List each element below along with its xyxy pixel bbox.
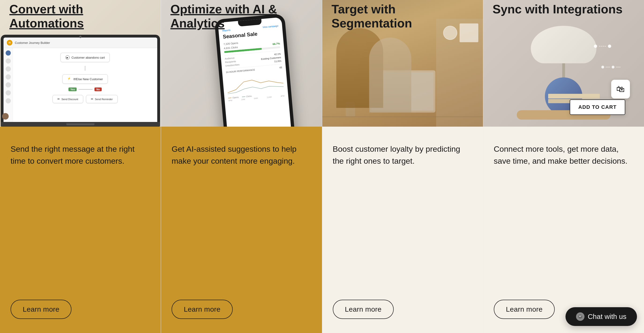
- sidebar-icon-3: [6, 66, 11, 72]
- laptop-flow-area: ▶ Customer abandons cart ⚡ If/Else New C…: [13, 48, 157, 122]
- card-automations-title: Convert with: [9, 2, 152, 17]
- time-1am: 1AM: [241, 98, 245, 101]
- laptop-base: [1, 122, 160, 127]
- phone-outer: Reports View campaign Seasonal Sale 7,32…: [214, 14, 297, 127]
- branch-yes-tag: Yes: [68, 88, 77, 91]
- chat-icon: [576, 312, 584, 321]
- card-integrations-description: Connect more tools, get more data, save …: [494, 143, 634, 167]
- laptop-outer: ✉ Customer Journey Builder: [1, 35, 160, 122]
- sidebar-icon-6: [6, 90, 11, 95]
- sidebar-icon-2: [6, 58, 11, 64]
- card-segmentation: Target with Segmentation: [322, 0, 483, 333]
- connector-1: [85, 66, 85, 71]
- phone-clicks-label: 4,631 Clicks: [224, 46, 238, 50]
- phone-unsub-label: Unsubscribes: [226, 63, 240, 67]
- card-segmentation-image: Target with Segmentation: [322, 0, 483, 127]
- lamp-shade: [531, 26, 596, 63]
- phone-unsub-value: 11,021: [274, 60, 282, 63]
- laptop-screen: ✉ Customer Journey Builder: [4, 38, 157, 122]
- chat-label: Chat with us: [588, 312, 626, 320]
- dotted-line-decoration: [601, 66, 620, 69]
- card-integrations-title: Sync with Integrations: [492, 2, 635, 17]
- phone-perf-value: 43: [279, 66, 282, 69]
- time-5am: 5AM: [254, 97, 258, 99]
- card-automations: Convert with Automations ✉ Customer Jour…: [0, 0, 161, 333]
- flow-bottom-nodes: ✉ Send Discount ✉ Send Reminder: [52, 95, 118, 103]
- opens-legend-line: [228, 98, 232, 98]
- card-automations-title-line2: Automations: [9, 17, 152, 31]
- card-integrations-learn-more[interactable]: Learn more: [494, 300, 555, 319]
- flow-node-2-text: If/Else New Customer: [73, 77, 103, 81]
- dash-2: [616, 67, 620, 67]
- sidebar-avatar: [4, 113, 9, 120]
- card-analytics-image: Optimize with AI & Analytics Reports Vie…: [161, 0, 322, 127]
- card-analytics-title: Optimize with AI &: [170, 2, 312, 17]
- card-integrations-image: Sync with Integrations: [483, 0, 644, 127]
- shopify-badge: 🛍: [611, 80, 630, 99]
- card-segmentation-content: Boost customer loyalty by predicting the…: [322, 127, 483, 333]
- flow-icon-play: ▶: [66, 55, 70, 60]
- sidebar-icon-4: [6, 74, 11, 80]
- card-automations-image: Convert with Automations ✉ Customer Jour…: [0, 0, 161, 127]
- sidebar-icon-1: [6, 51, 11, 56]
- branch-tags-row: Yes No: [68, 88, 102, 91]
- card-automations-description: Send the right message at the right time…: [10, 143, 150, 167]
- int-dash: [599, 46, 606, 47]
- card-automations-learn-more[interactable]: Learn more: [10, 300, 72, 319]
- flow-node-abandon-cart: ▶ Customer abandons cart: [60, 53, 110, 62]
- chat-with-us-button[interactable]: Chat with us: [566, 307, 637, 326]
- card-segmentation-learn-more[interactable]: Learn more: [333, 300, 394, 319]
- clicks-legend-line: [242, 96, 245, 97]
- laptop-hinge: [66, 123, 94, 125]
- int-dot-1: [594, 45, 597, 48]
- card-analytics-title-line2: Analytics: [170, 17, 312, 31]
- phone-audience-value: 42.1%: [274, 53, 281, 56]
- flow-node-send-reminder: ✉ Send Reminder: [86, 95, 118, 103]
- phone-mockup: Reports View campaign Seasonal Sale 7,32…: [214, 14, 297, 127]
- branch-no-tag: No: [94, 88, 102, 91]
- laptop-topbar-text: Customer Journey Builder: [15, 41, 50, 45]
- flow-icon-email-1: ✉: [58, 98, 60, 101]
- chat-bubble-svg: [578, 314, 582, 319]
- phone-screen: Reports View campaign Seasonal Sale 7,32…: [218, 17, 293, 127]
- card-automations-title-wrap: Convert with Automations: [0, 2, 161, 31]
- laptop-sidebar-icons: [4, 48, 13, 122]
- time-4pm: 4PM: [280, 95, 284, 97]
- card-analytics-content: Get AI-assisted suggestions to help make…: [161, 127, 322, 333]
- shopify-icon: 🛍: [616, 84, 625, 94]
- card-segmentation-description: Boost customer loyalty by predicting the…: [333, 143, 472, 167]
- flow-node-ifelse: ⚡ If/Else New Customer: [62, 74, 108, 84]
- time-11am: 11AM: [267, 96, 272, 99]
- sidebar-icon-5: [6, 82, 11, 88]
- laptop-mockup: ✉ Customer Journey Builder: [5, 19, 156, 127]
- time-9pm: 9PM: [228, 99, 232, 102]
- flow-node-send-discount: ✉ Send Discount: [52, 95, 83, 103]
- person-2-silhouette: [369, 38, 411, 113]
- phone-opens-label: 7,326 Opens: [223, 42, 238, 46]
- women-scene: [322, 19, 483, 127]
- card-automations-content: Send the right message at the right time…: [0, 127, 161, 333]
- sidebar-icon-7: [6, 98, 11, 103]
- opens-legend-label: Opens: [232, 96, 239, 99]
- phone-chart-svg: [226, 72, 284, 95]
- clicks-legend-label: Clicks: [246, 95, 252, 98]
- flow-icon-branch: ⚡: [67, 77, 72, 81]
- laptop-sidebar: ▶ Customer abandons cart ⚡ If/Else New C…: [4, 48, 157, 122]
- card-analytics-learn-more[interactable]: Learn more: [172, 300, 232, 319]
- desk-line: [322, 116, 483, 117]
- add-to-cart-button[interactable]: ADD TO CART: [570, 99, 625, 115]
- phone-chart: Opens Clicks 9PM 1AM: [226, 72, 284, 100]
- branch-line: [78, 89, 92, 90]
- phone-audience-label: Audience: [225, 57, 235, 60]
- dot-2: [612, 66, 614, 69]
- integration-dots: [594, 45, 611, 48]
- card-integrations: Sync with Integrations: [483, 0, 644, 333]
- int-dot-2: [608, 45, 611, 48]
- card-segmentation-title-line2: Segmentation: [332, 17, 474, 31]
- phone-clicks-pct: 66.7%: [272, 42, 280, 46]
- laptop-topbar: ✉ Customer Journey Builder: [4, 38, 157, 48]
- flow-node-1-text: Customer abandons cart: [72, 56, 105, 59]
- card-analytics-title-wrap: Optimize with AI & Analytics: [161, 2, 322, 31]
- flow-node-4-text: Send Reminder: [95, 98, 113, 101]
- book-1: [548, 94, 600, 99]
